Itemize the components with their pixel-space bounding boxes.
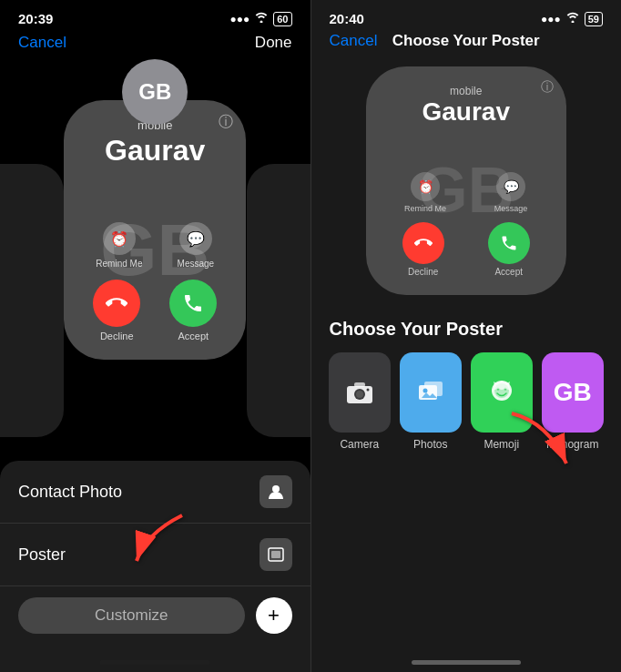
right-accept-label: Accept <box>494 267 523 277</box>
right-accept-icon <box>488 222 530 264</box>
left-cancel-button[interactable]: Cancel <box>18 34 66 52</box>
right-side-card <box>247 164 310 437</box>
customize-button[interactable]: Customize <box>18 597 245 634</box>
right-info-icon: ⓘ <box>541 79 554 96</box>
left-wifi-icon <box>254 12 269 25</box>
right-home-indicator <box>412 660 521 665</box>
right-main-btns: Decline Accept <box>381 222 552 277</box>
svg-rect-8 <box>354 382 365 387</box>
svg-point-12 <box>422 389 427 393</box>
message-icon: 💬 <box>179 222 212 255</box>
right-decline-icon <box>402 222 444 264</box>
remind-me-label: Remind Me <box>96 259 142 269</box>
photos-label: Photos <box>413 438 447 451</box>
left-call-card: ⓘ mobile Gaurav GB ⏰ Remind Me 💬 Message <box>64 100 246 360</box>
left-signal-icon: ●●● <box>230 13 250 25</box>
right-initials-bg: GB <box>366 158 566 222</box>
left-side-card <box>0 164 64 437</box>
left-nav-bar: Cancel Done <box>0 32 310 59</box>
svg-point-9 <box>366 389 369 392</box>
monogram-initials: GB <box>554 378 592 407</box>
right-call-card: ⓘ mobile Gaurav GB ⏰ Remind Me 💬 Message… <box>366 66 566 295</box>
right-phone-screen: 20:40 ●●● 59 Cancel Choose Your Poster ⓘ… <box>311 0 622 672</box>
left-red-arrow <box>127 506 191 574</box>
right-cancel-button[interactable]: Cancel <box>330 32 378 50</box>
choose-poster-title: Choose Your Poster <box>330 319 604 340</box>
accept-label: Accept <box>178 331 209 341</box>
camera-label: Camera <box>340 438 379 451</box>
left-status-bar: 20:39 ●●● 60 <box>0 0 310 32</box>
right-status-icons: ●●● 59 <box>541 12 603 26</box>
right-mobile-label: mobile <box>381 85 552 97</box>
right-signal-icon: ●●● <box>541 13 561 25</box>
right-accept-btn[interactable]: Accept <box>488 222 530 277</box>
right-time: 20:40 <box>330 11 364 26</box>
decline-btn[interactable]: Decline <box>93 280 140 341</box>
camera-card <box>329 352 391 433</box>
contact-photo-icon <box>260 475 292 508</box>
camera-option[interactable]: Camera <box>329 352 391 451</box>
svg-rect-3 <box>271 551 280 558</box>
decline-label: Decline <box>100 331 134 341</box>
left-call-actions: ⏰ Remind Me 💬 Message <box>78 222 231 269</box>
photos-option[interactable]: Photos <box>400 352 462 451</box>
right-battery: 59 <box>585 12 603 26</box>
right-nav-bar: Cancel Choose Your Poster <box>311 32 622 57</box>
message-label: Message <box>178 259 215 269</box>
accept-icon <box>169 280 217 327</box>
left-time: 20:39 <box>18 11 53 26</box>
right-status-bar: 20:40 ●●● 59 <box>311 0 622 32</box>
right-contact-name: Gaurav <box>381 97 552 127</box>
left-call-main-btns: Decline Accept <box>78 280 231 341</box>
left-done-button[interactable]: Done <box>255 34 292 52</box>
remind-me-icon: ⏰ <box>103 222 136 255</box>
message-btn[interactable]: 💬 Message <box>178 222 215 269</box>
left-contact-avatar: GB <box>122 59 188 125</box>
right-decline-btn[interactable]: Decline <box>402 222 444 277</box>
customize-row: Customize + <box>0 586 310 645</box>
left-contact-name: Gaurav <box>78 134 231 168</box>
left-info-icon: ⓘ <box>219 113 233 132</box>
svg-point-1 <box>272 485 280 493</box>
contact-photo-label: Contact Photo <box>18 483 122 502</box>
left-status-icons: ●●● 60 <box>230 12 292 26</box>
left-battery: 60 <box>273 12 291 26</box>
right-wifi-icon <box>565 12 580 25</box>
photos-card <box>400 352 462 433</box>
right-decline-label: Decline <box>408 267 438 277</box>
right-red-arrow <box>494 404 575 481</box>
left-phone-screen: 20:39 ●●● 60 Cancel Done GB ⓘ <box>0 0 310 672</box>
remind-me-btn[interactable]: ⏰ Remind Me <box>96 222 142 269</box>
poster-icon <box>260 538 292 571</box>
plus-button[interactable]: + <box>256 597 292 634</box>
decline-icon <box>93 280 140 327</box>
svg-point-7 <box>356 391 363 398</box>
accept-btn[interactable]: Accept <box>169 280 217 341</box>
poster-label: Poster <box>18 545 66 565</box>
right-nav-title: Choose Your Poster <box>392 32 540 50</box>
